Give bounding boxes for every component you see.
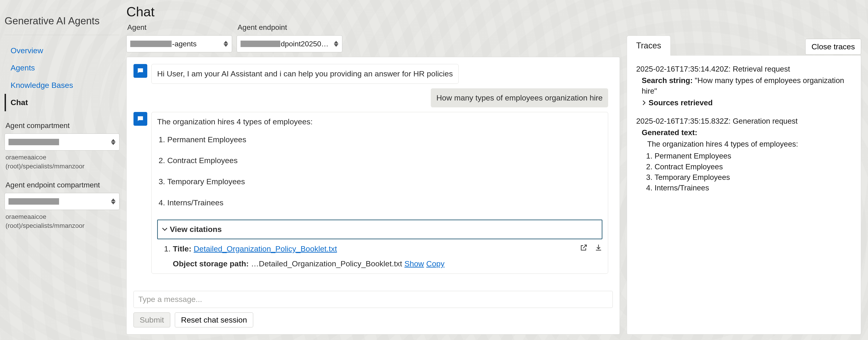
- assistant-message-row: Hi User, I am your AI Assistant and i ca…: [133, 64, 608, 84]
- trace-kind: Generation request: [733, 117, 798, 125]
- answer-item: Contract Employees: [167, 155, 602, 166]
- trace-gen-item: Temporary Employees: [655, 172, 852, 182]
- agent-select-label: Agent: [126, 22, 232, 33]
- stepper-icon: [111, 197, 116, 206]
- citation-item: 1. Title: Detailed_Organization_Policy_B…: [157, 243, 602, 269]
- user-question-bubble: How many types of employees organization…: [431, 88, 608, 108]
- citation-title-link[interactable]: Detailed_Organization_Policy_Booklet.txt: [194, 243, 337, 254]
- open-external-icon[interactable]: [580, 243, 588, 254]
- citation-title-label: Title:: [173, 243, 191, 254]
- traces-tab[interactable]: Traces: [627, 36, 671, 56]
- traces-header: Traces Close traces: [627, 37, 861, 56]
- answer-list: Permanent Employees Contract Employees T…: [157, 134, 602, 208]
- chat-column: Chat Agent -agents Agent endpoint: [126, 2, 620, 335]
- trace-timestamp: 2025-02-16T17:35:15.832Z:: [636, 117, 731, 125]
- stepper-icon: [111, 137, 116, 146]
- answer-item: Interns/Trainees: [167, 197, 602, 208]
- download-icon[interactable]: [595, 243, 602, 254]
- page-title: Chat: [126, 2, 620, 21]
- view-citations-label: View citations: [170, 224, 222, 235]
- view-citations-toggle[interactable]: View citations: [162, 224, 597, 235]
- redacted-block: [8, 139, 59, 145]
- trace-gen-list: Permanent Employees Contract Employees T…: [636, 151, 852, 193]
- citation-show-link[interactable]: Show: [404, 258, 424, 269]
- header-selectors: Agent -agents Agent endpoint dpoi: [126, 22, 620, 52]
- citations-box: View citations: [157, 219, 602, 239]
- assistant-answer-bubble: The organization hires 4 types of employ…: [151, 112, 608, 274]
- traces-column: Traces Close traces 2025-02-16T17:35:14.…: [627, 37, 861, 335]
- chat-panel: Hi User, I am your AI Assistant and i ca…: [126, 57, 620, 335]
- nav-chat[interactable]: Chat: [5, 94, 120, 111]
- traces-panel: 2025-02-16T17:35:14.420Z: Retrieval requ…: [627, 55, 861, 335]
- trace-kind: Retrieval request: [733, 65, 790, 73]
- message-input-row: [133, 291, 613, 308]
- sidebar: Generative AI Agents Overview Agents Kno…: [0, 0, 124, 340]
- messages-scroll[interactable]: Hi User, I am your AI Assistant and i ca…: [133, 64, 613, 286]
- endpoint-select-label: Agent endpoint: [237, 22, 342, 33]
- answer-item: Temporary Employees: [167, 176, 602, 187]
- nav-agents[interactable]: Agents: [5, 59, 120, 77]
- trace-generation: 2025-02-16T17:35:15.832Z: Generation req…: [636, 116, 852, 193]
- endpoint-compartment-label: Agent endpoint compartment: [5, 180, 120, 190]
- sidebar-title: Generative AI Agents: [5, 9, 120, 35]
- submit-button[interactable]: Submit: [133, 312, 170, 328]
- assistant-answer-row: The organization hires 4 types of employ…: [133, 112, 608, 274]
- user-message-row: How many types of employees organization…: [133, 88, 608, 108]
- agent-select-value: -agents: [172, 39, 197, 49]
- message-input[interactable]: [138, 295, 608, 304]
- nav-overview[interactable]: Overview: [5, 42, 120, 60]
- chevron-right-icon: [642, 100, 647, 105]
- answer-intro: The organization hires 4 types of employ…: [157, 116, 602, 127]
- citation-copy-link[interactable]: Copy: [426, 258, 444, 269]
- main: Chat Agent -agents Agent endpoint: [124, 0, 868, 340]
- endpoint-select[interactable]: dpoint202502…: [237, 35, 342, 52]
- chat-buttons: Submit Reset chat session: [133, 312, 613, 328]
- endpoint-compartment-select[interactable]: [5, 193, 120, 210]
- trace-gen-item: Permanent Employees: [655, 151, 852, 161]
- stepper-icon: [223, 39, 228, 48]
- agent-compartment-crumb: oraemeaaicoe (root)/specialists/mmanzoor: [5, 153, 120, 171]
- assistant-greeting-bubble: Hi User, I am your AI Assistant and i ca…: [151, 64, 459, 84]
- redacted-block: [241, 41, 280, 47]
- assistant-avatar-icon: [133, 64, 147, 78]
- agent-compartment-label: Agent compartment: [5, 121, 120, 131]
- agent-compartment-select[interactable]: [5, 134, 120, 150]
- trace-retrieval: 2025-02-16T17:35:14.420Z: Retrieval requ…: [636, 64, 852, 108]
- sources-retrieved-label: Sources retrieved: [649, 98, 713, 108]
- trace-gen-intro: The organization hires 4 types of employ…: [647, 140, 798, 148]
- stepper-icon: [333, 39, 339, 48]
- redacted-block: [8, 198, 59, 205]
- endpoint-select-value: dpoint202502…: [281, 39, 331, 49]
- endpoint-compartment-crumb: oraemeaaicoe (root)/specialists/mmanzoor: [5, 212, 120, 230]
- close-traces-button[interactable]: Close traces: [805, 39, 861, 55]
- sources-retrieved-toggle[interactable]: Sources retrieved: [636, 98, 852, 108]
- assistant-avatar-icon: [133, 112, 147, 126]
- citation-path-value: …Detailed_Organization_Policy_Booklet.tx…: [251, 258, 402, 269]
- agent-select[interactable]: -agents: [126, 35, 232, 52]
- trace-timestamp: 2025-02-16T17:35:14.420Z:: [636, 65, 731, 73]
- trace-gen-item: Contract Employees: [655, 162, 852, 172]
- trace-gen-label: Generated text:: [642, 128, 697, 137]
- answer-item: Permanent Employees: [167, 134, 602, 145]
- reset-chat-button[interactable]: Reset chat session: [175, 312, 253, 328]
- citation-path-label: Object storage path:: [173, 258, 249, 269]
- redacted-block: [130, 41, 172, 47]
- sidebar-nav: Overview Agents Knowledge Bases Chat: [5, 42, 120, 111]
- chevron-down-icon: [162, 227, 167, 232]
- trace-gen-item: Interns/Trainees: [655, 182, 852, 193]
- nav-knowledge-bases[interactable]: Knowledge Bases: [5, 77, 120, 94]
- trace-search-label: Search string:: [642, 76, 693, 84]
- citation-index: 1.: [164, 243, 170, 254]
